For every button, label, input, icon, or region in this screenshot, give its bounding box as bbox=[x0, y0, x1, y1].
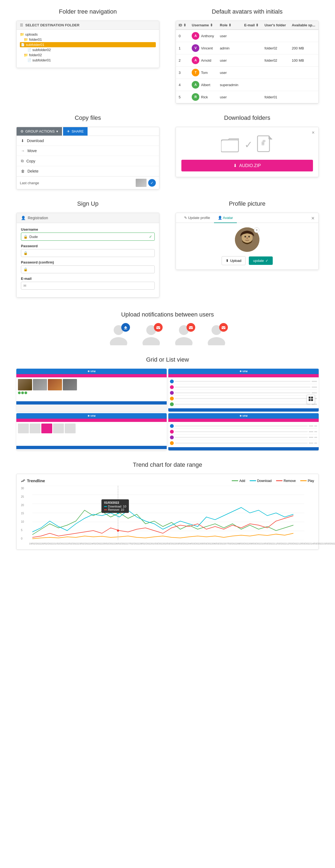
email-icon: ✉ bbox=[23, 284, 26, 288]
tree-item-subfolder01-selected[interactable]: 📄 subfolder01 bbox=[20, 42, 156, 47]
cell-user: A Albert bbox=[189, 79, 217, 91]
avatar-circle: T bbox=[192, 69, 199, 76]
table-row: 0 A Anthony user bbox=[176, 30, 318, 42]
password-group: Password 🔒 bbox=[21, 244, 155, 257]
update-button[interactable]: update ✓ bbox=[249, 256, 273, 265]
cell-role: superadmin bbox=[217, 79, 242, 91]
cell-id: 4 bbox=[176, 79, 189, 91]
avatar-table-box: ID ⇕ Username ⇕ Role ⇕ E-mail ⇕ User's f… bbox=[176, 21, 319, 103]
thumb-list-admin: ❄ VFM bbox=[168, 413, 319, 451]
upload-notifications-title: Upload notifications between users bbox=[16, 311, 319, 318]
folder-tree-panel: Folder tree navigation ☰ SELECT DESTINAT… bbox=[16, 8, 159, 103]
tree-item-folder02[interactable]: 📁 folder02 bbox=[20, 53, 156, 58]
tree-item-folder01[interactable]: 📁 folder01 bbox=[20, 37, 156, 42]
tab-update-label: Update profile bbox=[188, 216, 210, 220]
upload-button[interactable]: ⬆ Upload bbox=[222, 256, 246, 265]
thumb-body-1 bbox=[16, 374, 167, 401]
table-row: 4 A Albert superadmin bbox=[176, 79, 318, 91]
avatar-upload-area: × bbox=[235, 227, 259, 252]
upload-label: Upload bbox=[230, 259, 242, 263]
svg-point-10 bbox=[248, 236, 250, 238]
avatars-panel: Default avatars with initials ID ⇕ Usern… bbox=[176, 8, 319, 103]
x-label: 07/03/2022 bbox=[225, 542, 238, 545]
trend-legend: Add Download Remove Play bbox=[232, 479, 314, 483]
legend-play: Play bbox=[300, 479, 314, 483]
signup-body: Username 🔒 ✓ Password 🔒 Password (co bbox=[17, 223, 159, 297]
svg-rect-5 bbox=[263, 140, 265, 142]
cell-user: R Rick bbox=[189, 91, 217, 103]
legend-remove: Remove bbox=[276, 479, 296, 483]
thumb-header-1: ❄ VFM bbox=[16, 369, 167, 374]
tab-avatar[interactable]: 👤 Avatar bbox=[214, 213, 237, 223]
thumb-footer-3 bbox=[16, 446, 167, 449]
thumb-header-4: ❄ VFM bbox=[168, 413, 319, 418]
audio-zip-button[interactable]: ⬇ AUDIO.ZIP bbox=[182, 160, 313, 172]
grid-view-icon[interactable] bbox=[308, 396, 313, 402]
thumb-footer-1 bbox=[16, 401, 167, 405]
x-label: 21/02/2022 bbox=[54, 542, 66, 545]
tab-update-profile[interactable]: ✎ Update profile bbox=[180, 213, 214, 223]
download-label: Download bbox=[27, 138, 44, 143]
profile-tabs: ✎ Update profile 👤 Avatar ✕ bbox=[176, 213, 318, 223]
download-icon: ⬇ bbox=[21, 138, 24, 143]
cell-id: 3 bbox=[176, 67, 189, 79]
copy-label: Copy bbox=[26, 159, 35, 163]
share-button[interactable]: ✈ SHARE bbox=[63, 127, 88, 135]
email-input[interactable] bbox=[28, 284, 152, 288]
trend-svg bbox=[23, 486, 314, 540]
user-field-icon: 🔒 bbox=[23, 235, 28, 239]
download-folders-panel: Download folders × ✓ bbox=[176, 114, 319, 189]
avatar-circle: A bbox=[192, 32, 199, 40]
cell-folder bbox=[262, 30, 289, 42]
avatar-table-header-row: ID ⇕ Username ⇕ Role ⇕ E-mail ⇕ User's f… bbox=[176, 21, 318, 30]
x-axis: 19/02/2022 20/02/2022 21/02/2022 22/02/2… bbox=[21, 542, 314, 545]
x-label: 12/03/2022 bbox=[286, 542, 299, 545]
folder-icon bbox=[221, 137, 240, 153]
menu-item-move[interactable]: → Move bbox=[17, 146, 159, 156]
profile-box: ✎ Update profile 👤 Avatar ✕ bbox=[176, 213, 319, 270]
group-actions-button[interactable]: ⚙ GROUP ACTIONS ▾ bbox=[17, 127, 62, 135]
tree-item-subfolder02[interactable]: 📄 subfolder02 bbox=[20, 47, 156, 53]
close-button[interactable]: × bbox=[312, 130, 315, 135]
registration-label: Registration bbox=[28, 216, 48, 220]
menu-item-delete[interactable]: 🗑 Delete bbox=[17, 166, 159, 176]
trend-section: Trend chart for date range Trendline Add… bbox=[0, 456, 335, 560]
svg-rect-0 bbox=[221, 140, 239, 152]
mail-badge-icon bbox=[156, 325, 161, 330]
svg-point-22 bbox=[208, 337, 225, 345]
notif-item-mail1 bbox=[140, 323, 162, 345]
x-label: 22/02/2022 bbox=[66, 542, 78, 545]
avatar-remove-button[interactable]: × bbox=[254, 227, 259, 233]
profile-close-button[interactable]: ✕ bbox=[311, 216, 315, 221]
tree-item-folder02-subfolder01[interactable]: 📄 subfolder01 bbox=[20, 58, 156, 63]
password-input[interactable] bbox=[29, 251, 152, 255]
svg-rect-24 bbox=[309, 397, 310, 399]
svg-point-37 bbox=[117, 529, 119, 532]
svg-rect-6 bbox=[262, 144, 264, 145]
file-icon-subfolder02: 📄 bbox=[27, 48, 31, 52]
username-input[interactable] bbox=[29, 235, 147, 239]
thumb-grid-highlight: ❄ VFM bbox=[16, 413, 167, 451]
thumb-footer-2 bbox=[168, 408, 319, 411]
avatars-title: Default avatars with initials bbox=[176, 8, 319, 15]
tree-item-uploads[interactable]: 📁 uploads bbox=[20, 32, 156, 37]
menu-item-copy[interactable]: ⧉ Copy bbox=[17, 156, 159, 166]
menu-item-download[interactable]: ⬇ Download bbox=[17, 136, 159, 146]
password-confirm-input[interactable] bbox=[29, 267, 152, 271]
download-icon-small: ⬇ bbox=[233, 163, 237, 168]
signup-panel: Sign Up 👤 Registration Username 🔒 ✓ Pass… bbox=[16, 200, 159, 298]
folder-icon-uploads: 📁 bbox=[20, 32, 24, 36]
folder-tree-title: Folder tree navigation bbox=[16, 8, 159, 15]
tree-label-folder02-subfolder01: subfolder01 bbox=[32, 58, 51, 62]
legend-add-line bbox=[232, 480, 238, 481]
trend-box: Trendline Add Download Remove Play bbox=[16, 474, 319, 550]
svg-point-16 bbox=[142, 337, 160, 345]
cell-email bbox=[242, 79, 262, 91]
username-group: Username 🔒 ✓ bbox=[21, 227, 155, 241]
legend-remove-label: Remove bbox=[284, 479, 296, 483]
cell-role: admin bbox=[217, 42, 242, 54]
vfm-logo-1: ❄ VFM bbox=[88, 370, 96, 373]
x-label: 20/02/2022 bbox=[41, 542, 54, 545]
cell-id: 5 bbox=[176, 91, 189, 103]
x-label: 11/03/2022 bbox=[274, 542, 286, 545]
